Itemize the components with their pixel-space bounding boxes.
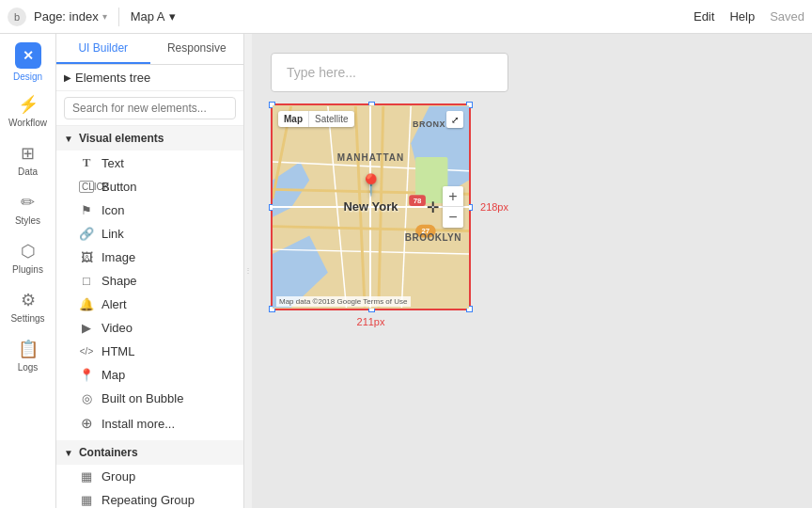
element-install[interactable]: ⊕ Install more... [56, 410, 243, 437]
map-expand-button[interactable]: ⤢ [446, 111, 463, 128]
map-type-buttons: Map Satellite [278, 111, 354, 127]
element-bubble[interactable]: ◎ Built on Bubble [56, 387, 243, 410]
element-alert[interactable]: 🔔 Alert [56, 293, 243, 316]
element-install-label: Install more... [102, 417, 175, 431]
workflow-icon: ⚡ [18, 94, 39, 115]
bubble-icon: ◎ [79, 391, 94, 405]
main-area: ✕ Design ⚡ Workflow ⊞ Data ✏ Styles ⬡ Pl… [0, 34, 812, 508]
tree-chevron: ▶ [64, 72, 71, 83]
resize-handle[interactable]: ⋮ [244, 34, 252, 508]
sep1 [118, 8, 119, 26]
element-html[interactable]: </> HTML [56, 340, 243, 363]
panel-tabs: UI Builder Responsive [56, 34, 243, 65]
map-tab-map[interactable]: Map [278, 111, 309, 127]
search-box [56, 91, 243, 126]
visual-section-label: Visual elements [79, 132, 164, 145]
page-chevron: ▾ [102, 11, 107, 22]
search-input[interactable] [64, 97, 236, 119]
containers-header[interactable]: ▼ Containers [56, 440, 243, 465]
map-chevron: ▾ [169, 9, 176, 24]
zoom-out-button[interactable]: − [443, 207, 463, 228]
element-button-label: Button [102, 180, 137, 194]
element-shape[interactable]: □ Shape [56, 269, 243, 293]
panel-scroll: ▼ Visual elements T Text CLICK Button ⚑ … [56, 126, 243, 508]
element-group-label: Group [102, 469, 135, 484]
image-icon: 🖼 [79, 250, 94, 264]
canvas-inner: Type here... 218px 211px [271, 53, 508, 310]
map-icon: 📍 [79, 368, 94, 382]
plugins-icon: ⬡ [21, 241, 36, 262]
canvas-map-element[interactable]: 218px 211px [271, 103, 471, 310]
text-placeholder: Type here... [287, 65, 356, 80]
element-icon[interactable]: ⚑ Icon [56, 198, 243, 222]
map-selector[interactable]: Map A ▾ [131, 9, 176, 24]
dimension-width: 211px [357, 316, 385, 327]
element-text[interactable]: T Text [56, 151, 243, 175]
map-overlay: Map Satellite ⤢ BRONX MANHATTAN BROOKLYN… [273, 105, 469, 309]
elements-tree-toggle[interactable]: ▶ Elements tree [56, 65, 243, 91]
sidebar-label-design: Design [13, 71, 42, 82]
map-footer: Map data ©2018 Google Terms of Use [276, 296, 411, 307]
map-label: Map A [131, 9, 165, 24]
zoom-in-button[interactable]: + [443, 186, 463, 207]
icon-icon: ⚑ [79, 203, 94, 217]
sidebar-item-settings[interactable]: ⚙ Settings [2, 282, 55, 331]
element-group[interactable]: ▦ Group [56, 465, 243, 488]
brooklyn-label: BROOKLYN [405, 232, 461, 243]
sidebar-item-plugins[interactable]: ⬡ Plugins [2, 233, 55, 282]
element-text-label: Text [102, 156, 124, 170]
element-video[interactable]: ▶ Video [56, 316, 243, 340]
sidebar-label-workflow: Workflow [8, 118, 47, 128]
video-icon: ▶ [79, 321, 94, 335]
manhattan-label: MANHATTAN [337, 152, 404, 163]
alert-icon: 🔔 [79, 297, 94, 311]
element-map[interactable]: 📍 Map [56, 363, 243, 387]
tab-ui-builder[interactable]: UI Builder [56, 34, 150, 64]
help-button[interactable]: Help [729, 9, 755, 24]
resize-dots: ⋮ [244, 267, 252, 275]
containers-section-label: Containers [79, 446, 138, 459]
page-label: Page: index [34, 9, 99, 24]
move-cursor: ✛ [427, 198, 439, 216]
page-selector[interactable]: Page: index ▾ [34, 9, 107, 24]
element-button[interactable]: CLICK Button [56, 175, 243, 198]
element-link-label: Link [102, 227, 124, 241]
element-repeating-group-label: Repeating Group [102, 493, 195, 507]
topbar: b Page: index ▾ Map A ▾ Edit Help Saved [0, 0, 812, 34]
sidebar-item-styles[interactable]: ✏ Styles [2, 184, 55, 233]
repeating-group-icon: ▦ [79, 493, 94, 507]
saved-status: Saved [770, 9, 804, 24]
dimension-height: 218px [480, 201, 508, 213]
sidebar-label-logs: Logs [18, 362, 39, 373]
group-icon: ▦ [79, 469, 94, 484]
element-link[interactable]: 🔗 Link [56, 222, 243, 246]
tab-responsive[interactable]: Responsive [150, 34, 244, 64]
element-alert-label: Alert [102, 297, 127, 311]
canvas-text-element[interactable]: Type here... [271, 53, 508, 92]
logo: b [8, 8, 26, 26]
bronx-label: BRONX [413, 119, 445, 129]
styles-icon: ✏ [21, 192, 35, 213]
map-tab-satellite[interactable]: Satellite [309, 111, 354, 127]
logs-icon: 📋 [18, 339, 39, 359]
install-icon: ⊕ [79, 415, 94, 432]
edit-button[interactable]: Edit [694, 9, 714, 24]
zoom-controls: + − [443, 186, 463, 228]
canvas[interactable]: Type here... 218px 211px [252, 34, 812, 508]
left-panel: UI Builder Responsive ▶ Elements tree ▼ … [56, 34, 244, 508]
sidebar-label-styles: Styles [15, 215, 40, 226]
elements-tree-label: Elements tree [75, 71, 150, 85]
element-shape-label: Shape [102, 274, 137, 288]
design-icon: ✕ [15, 42, 41, 69]
sidebar-item-workflow[interactable]: ⚡ Workflow [2, 87, 55, 135]
text-icon: T [79, 155, 94, 170]
element-repeating-group[interactable]: ▦ Repeating Group [56, 488, 243, 508]
sidebar-label-data: Data [18, 167, 38, 177]
containers-chevron: ▼ [64, 448, 73, 458]
visual-elements-header[interactable]: ▼ Visual elements [56, 126, 243, 151]
map-inner: 27 78 Map Satellite ⤢ B [273, 105, 469, 309]
element-image[interactable]: 🖼 Image [56, 246, 243, 269]
sidebar-item-logs[interactable]: 📋 Logs [2, 331, 55, 380]
sidebar-item-design[interactable]: ✕ Design [2, 38, 55, 87]
sidebar-item-data[interactable]: ⊞ Data [2, 135, 55, 184]
